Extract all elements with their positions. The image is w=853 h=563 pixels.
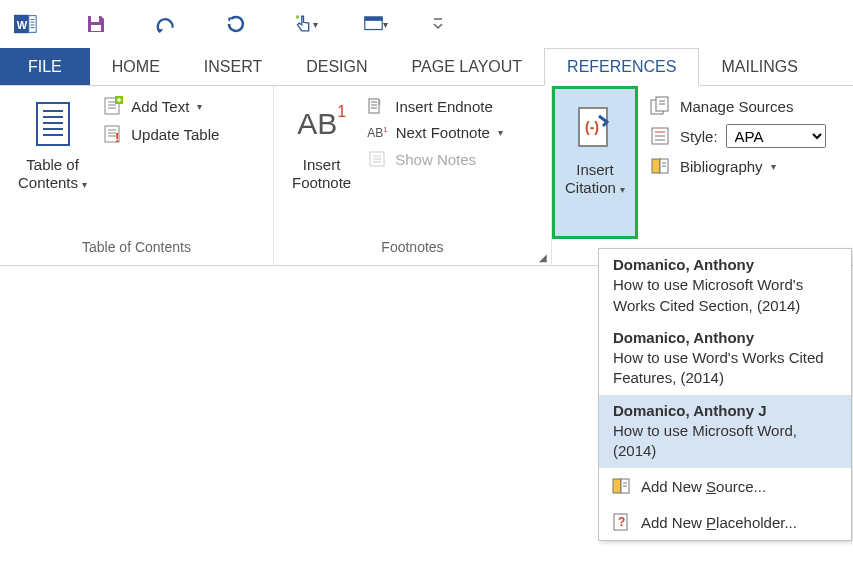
citation-source-title: How to use Microsoft Word, (2014) [613, 421, 837, 462]
table-of-contents-icon [33, 98, 73, 150]
chevron-down-icon: ▾ [383, 19, 388, 30]
group-table-of-contents: Table of Contents ▾ Add Text ▾ ! Update … [0, 86, 274, 265]
chevron-down-icon: ▾ [771, 161, 776, 172]
show-notes-label: Show Notes [395, 151, 476, 168]
table-of-contents-button[interactable]: Table of Contents ▾ [8, 92, 97, 239]
citation-source-item[interactable]: Domanico, Anthony How to use Word's Work… [599, 322, 851, 395]
insert-citation-icon: (-) [573, 103, 617, 155]
tab-references[interactable]: REFERENCES [544, 48, 699, 86]
ribbon: Table of Contents ▾ Add Text ▾ ! Update … [0, 86, 853, 266]
group-label-toc: Table of Contents [0, 239, 273, 265]
chevron-down-icon: ▾ [197, 101, 202, 112]
style-label: Style: [680, 128, 718, 145]
update-table-icon: ! [103, 124, 123, 144]
group-label-footnotes: Footnotes◢ [274, 239, 551, 265]
insert-citation-dropdown: Domanico, Anthony How to use Microsoft W… [598, 248, 852, 541]
citation-source-title: How to use Word's Works Cited Features, … [613, 348, 837, 389]
svg-rect-54 [613, 479, 621, 493]
add-text-button[interactable]: Add Text ▾ [103, 96, 219, 116]
ribbon-tabs: FILE HOME INSERT DESIGN PAGE LAYOUT REFE… [0, 48, 853, 86]
manage-sources-icon [650, 96, 672, 116]
document-area[interactable] [0, 266, 490, 562]
citation-source-author: Domanico, Anthony [613, 328, 837, 348]
bibliography-button[interactable]: Bibliography ▾ [650, 156, 826, 176]
insert-endnote-button[interactable]: i Insert Endnote [367, 96, 503, 116]
tab-insert[interactable]: INSERT [182, 48, 284, 85]
undo-icon[interactable] [154, 12, 178, 36]
svg-text:!: ! [115, 130, 119, 144]
chevron-down-icon: ▾ [620, 184, 625, 195]
citation-source-item[interactable]: Domanico, Anthony J How to use Microsoft… [599, 395, 851, 468]
insert-footnote-label2: Footnote [292, 174, 351, 192]
svg-rect-8 [91, 25, 101, 31]
tab-file[interactable]: FILE [0, 48, 90, 85]
add-new-placeholder-button[interactable]: ? Add New Placeholder... [599, 504, 851, 540]
tab-page-layout[interactable]: PAGE LAYOUT [390, 48, 545, 85]
update-table-button[interactable]: ! Update Table [103, 124, 219, 144]
toc-button-label2: Contents [18, 174, 78, 191]
svg-rect-2 [29, 16, 36, 33]
svg-rect-11 [365, 17, 382, 21]
touch-mode-icon[interactable]: ▾ [294, 12, 318, 36]
add-new-source-button[interactable]: Add New Source... [599, 468, 851, 504]
insert-footnote-button[interactable]: AB1 Insert Footnote [282, 92, 361, 239]
quick-access-toolbar: W ▾ ▾ [0, 0, 853, 48]
insert-object-icon[interactable]: ▾ [364, 12, 388, 36]
show-notes-button[interactable]: Show Notes [367, 149, 503, 169]
add-source-icon [611, 476, 631, 496]
next-footnote-icon: AB1 [367, 126, 387, 140]
add-text-icon [103, 96, 123, 116]
svg-rect-31 [369, 99, 379, 113]
insert-citation-button[interactable]: (-) Insert Citation ▾ [552, 86, 638, 239]
svg-rect-7 [91, 16, 99, 22]
word-app-icon: W [14, 12, 38, 36]
group-footnotes: AB1 Insert Footnote i Insert Endnote AB1… [274, 86, 552, 265]
dialog-launcher-icon[interactable]: ◢ [539, 252, 547, 263]
svg-text:W: W [17, 19, 28, 31]
redo-icon[interactable] [224, 12, 248, 36]
citation-source-item[interactable]: Domanico, Anthony How to use Microsoft W… [599, 249, 851, 322]
svg-point-9 [296, 15, 299, 18]
svg-text:(-): (-) [585, 119, 599, 135]
chevron-down-icon: ▾ [313, 19, 318, 30]
insert-endnote-label: Insert Endnote [395, 98, 493, 115]
manage-sources-button[interactable]: Manage Sources [650, 96, 826, 116]
qat-customize-icon[interactable] [426, 12, 450, 36]
insert-endnote-icon: i [367, 96, 387, 116]
insert-citation-label1: Insert [576, 161, 614, 179]
show-notes-icon [367, 149, 387, 169]
insert-footnote-label1: Insert [303, 156, 341, 174]
next-footnote-label: Next Footnote [396, 124, 490, 141]
citation-source-title: How to use Microsoft Word's Works Cited … [613, 275, 837, 316]
svg-text:i: i [379, 99, 381, 106]
update-table-label: Update Table [131, 126, 219, 143]
style-select[interactable]: APA [726, 124, 826, 148]
add-placeholder-icon: ? [611, 512, 631, 532]
insert-footnote-icon: AB1 [297, 98, 346, 150]
insert-citation-label2: Citation [565, 179, 616, 196]
bibliography-label: Bibliography [680, 158, 763, 175]
chevron-down-icon: ▾ [498, 127, 503, 138]
tab-mailings[interactable]: MAILINGS [699, 48, 819, 85]
next-footnote-button[interactable]: AB1 Next Footnote ▾ [367, 124, 503, 141]
save-icon[interactable] [84, 12, 108, 36]
toc-button-label1: Table of [26, 156, 79, 174]
tab-design[interactable]: DESIGN [284, 48, 389, 85]
citation-source-author: Domanico, Anthony [613, 255, 837, 275]
svg-text:?: ? [618, 515, 625, 529]
citation-style-row: Style: APA [650, 124, 826, 148]
group-citations-bibliography: (-) Insert Citation ▾ Manage Sources Sty… [552, 86, 853, 265]
manage-sources-label: Manage Sources [680, 98, 793, 115]
style-icon [650, 126, 672, 146]
chevron-down-icon: ▾ [82, 179, 87, 190]
add-text-label: Add Text [131, 98, 189, 115]
svg-rect-50 [652, 159, 660, 173]
bibliography-icon [650, 156, 672, 176]
citation-source-author: Domanico, Anthony J [613, 401, 837, 421]
tab-home[interactable]: HOME [90, 48, 182, 85]
